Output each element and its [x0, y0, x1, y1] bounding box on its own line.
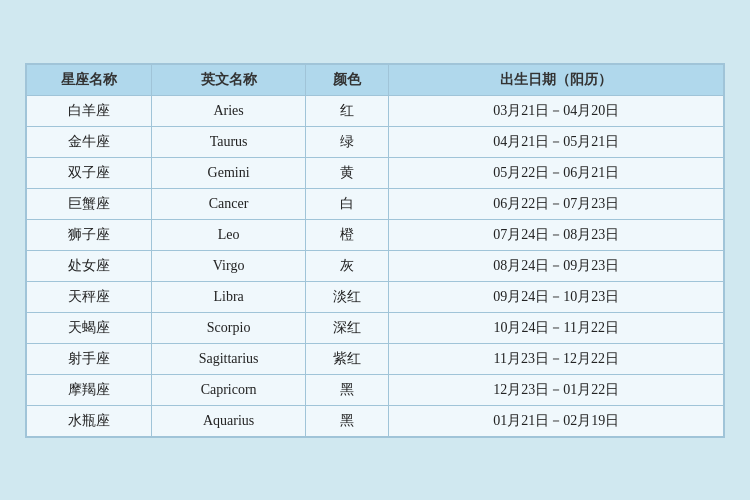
cell-color: 黑 [305, 374, 389, 405]
cell-color: 橙 [305, 219, 389, 250]
cell-english: Scorpio [152, 312, 305, 343]
cell-chinese: 白羊座 [27, 95, 152, 126]
cell-date: 12月23日－01月22日 [389, 374, 724, 405]
cell-english: Aquarius [152, 405, 305, 436]
cell-date: 01月21日－02月19日 [389, 405, 724, 436]
zodiac-table-container: 星座名称 英文名称 颜色 出生日期（阳历） 白羊座Aries红03月21日－04… [25, 63, 725, 438]
cell-color: 绿 [305, 126, 389, 157]
zodiac-table: 星座名称 英文名称 颜色 出生日期（阳历） 白羊座Aries红03月21日－04… [26, 64, 724, 437]
cell-date: 07月24日－08月23日 [389, 219, 724, 250]
cell-color: 白 [305, 188, 389, 219]
table-row: 狮子座Leo橙07月24日－08月23日 [27, 219, 724, 250]
cell-chinese: 处女座 [27, 250, 152, 281]
cell-date: 08月24日－09月23日 [389, 250, 724, 281]
cell-date: 10月24日－11月22日 [389, 312, 724, 343]
cell-english: Virgo [152, 250, 305, 281]
header-color: 颜色 [305, 64, 389, 95]
cell-english: Taurus [152, 126, 305, 157]
header-date: 出生日期（阳历） [389, 64, 724, 95]
cell-english: Leo [152, 219, 305, 250]
cell-date: 05月22日－06月21日 [389, 157, 724, 188]
table-row: 处女座Virgo灰08月24日－09月23日 [27, 250, 724, 281]
table-row: 水瓶座Aquarius黑01月21日－02月19日 [27, 405, 724, 436]
table-row: 天秤座Libra淡红09月24日－10月23日 [27, 281, 724, 312]
cell-english: Gemini [152, 157, 305, 188]
cell-chinese: 狮子座 [27, 219, 152, 250]
table-row: 摩羯座Capricorn黑12月23日－01月22日 [27, 374, 724, 405]
cell-date: 03月21日－04月20日 [389, 95, 724, 126]
table-row: 金牛座Taurus绿04月21日－05月21日 [27, 126, 724, 157]
cell-color: 红 [305, 95, 389, 126]
cell-color: 淡红 [305, 281, 389, 312]
table-row: 天蝎座Scorpio深红10月24日－11月22日 [27, 312, 724, 343]
cell-color: 紫红 [305, 343, 389, 374]
cell-color: 灰 [305, 250, 389, 281]
table-header-row: 星座名称 英文名称 颜色 出生日期（阳历） [27, 64, 724, 95]
table-row: 巨蟹座Cancer白06月22日－07月23日 [27, 188, 724, 219]
cell-english: Aries [152, 95, 305, 126]
table-row: 射手座Sagittarius紫红11月23日－12月22日 [27, 343, 724, 374]
header-chinese: 星座名称 [27, 64, 152, 95]
table-row: 白羊座Aries红03月21日－04月20日 [27, 95, 724, 126]
table-body: 白羊座Aries红03月21日－04月20日金牛座Taurus绿04月21日－0… [27, 95, 724, 436]
cell-date: 11月23日－12月22日 [389, 343, 724, 374]
cell-date: 04月21日－05月21日 [389, 126, 724, 157]
cell-chinese: 金牛座 [27, 126, 152, 157]
cell-english: Libra [152, 281, 305, 312]
cell-color: 黑 [305, 405, 389, 436]
cell-english: Sagittarius [152, 343, 305, 374]
cell-chinese: 摩羯座 [27, 374, 152, 405]
cell-english: Cancer [152, 188, 305, 219]
cell-date: 09月24日－10月23日 [389, 281, 724, 312]
table-row: 双子座Gemini黄05月22日－06月21日 [27, 157, 724, 188]
cell-chinese: 双子座 [27, 157, 152, 188]
header-english: 英文名称 [152, 64, 305, 95]
cell-chinese: 天秤座 [27, 281, 152, 312]
cell-color: 深红 [305, 312, 389, 343]
cell-chinese: 天蝎座 [27, 312, 152, 343]
cell-chinese: 巨蟹座 [27, 188, 152, 219]
cell-chinese: 射手座 [27, 343, 152, 374]
cell-chinese: 水瓶座 [27, 405, 152, 436]
cell-color: 黄 [305, 157, 389, 188]
cell-date: 06月22日－07月23日 [389, 188, 724, 219]
cell-english: Capricorn [152, 374, 305, 405]
